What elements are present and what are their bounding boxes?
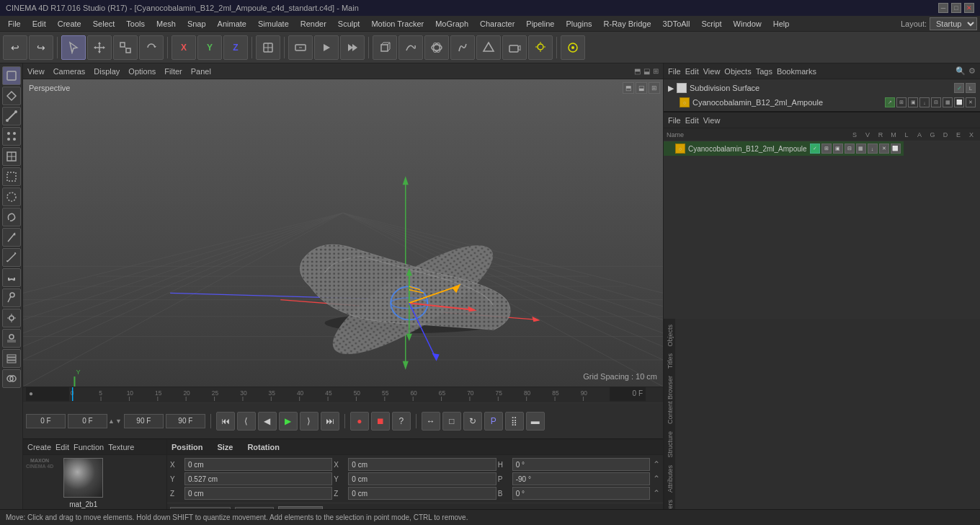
menu-mograph[interactable]: MoGraph <box>430 18 473 30</box>
undo-button[interactable]: ↩ <box>3 35 27 60</box>
transport-play[interactable]: ▶ <box>279 412 298 431</box>
light2-button[interactable] <box>561 35 585 60</box>
menu-motion-tracker[interactable]: Motion Tracker <box>366 18 429 30</box>
viewport-collapse[interactable]: ⬓ <box>636 82 647 94</box>
pos-x-value[interactable]: 0 cm <box>184 458 332 471</box>
viewport-canvas[interactable]: Perspective <box>23 79 663 387</box>
obj-cya-icon1[interactable]: ↗ <box>885 97 895 107</box>
cube-button[interactable] <box>373 35 397 60</box>
obj-cya-icon4[interactable]: ↓ <box>919 97 930 107</box>
timeline-ruler[interactable]: ● 0 5 10 <box>23 387 663 403</box>
transport-motion4[interactable]: P <box>484 412 503 431</box>
objects-search-icon[interactable]: 🔍 <box>956 66 966 76</box>
obj-cyanocobalamin[interactable]: ○ Cyanocobalamin_B12_2ml_Ampoule ↗ ⊞ ▣ ↓… <box>665 95 979 110</box>
axis-y-button[interactable]: Y <box>197 35 222 60</box>
rot-p-value[interactable]: -90 ° <box>512 472 650 485</box>
viewport-maximize[interactable]: ⬒ <box>623 82 634 94</box>
rot-b-spinner[interactable]: ⌃ <box>653 488 660 498</box>
viewport-menu-cameras[interactable]: Cameras <box>53 67 86 76</box>
lobj-c4[interactable]: ⊟ <box>845 144 855 154</box>
material-menu-create[interactable]: Create <box>27 443 51 451</box>
viewport-menu-panel[interactable]: Panel <box>191 67 211 76</box>
menu-mesh[interactable]: Mesh <box>151 18 181 30</box>
material-menu-texture[interactable]: Texture <box>108 443 134 451</box>
tool-edges[interactable] <box>2 107 21 125</box>
obj-subdivision-surface[interactable]: ▶ S Subdivision Surface ✓ L <box>665 81 979 95</box>
tool-lasso[interactable] <box>2 208 21 226</box>
transport-motion6[interactable]: ▬ <box>526 412 545 431</box>
transport-motion1[interactable]: ↔ <box>422 412 440 431</box>
axis-z-button[interactable]: Z <box>223 35 248 60</box>
obj-menu-file[interactable]: File <box>668 67 681 76</box>
restore-button[interactable]: □ <box>951 3 961 13</box>
transport-goto-end[interactable]: ⏭ <box>321 412 339 431</box>
frame-start-arrow-dn[interactable]: ▼ <box>115 418 122 425</box>
transport-help[interactable]: ? <box>392 412 411 431</box>
frame-start-input[interactable] <box>68 414 107 428</box>
tool-boole[interactable] <box>2 369 21 388</box>
lower-obj-file[interactable]: File <box>668 116 681 125</box>
tool-snap[interactable] <box>2 309 21 327</box>
viewport-menu-display[interactable]: Display <box>94 67 120 76</box>
tool-polygons[interactable] <box>2 87 21 105</box>
pos-z-value[interactable]: 0 cm <box>184 487 332 500</box>
menu-pipeline[interactable]: Pipeline <box>521 18 559 30</box>
lobj-c8[interactable]: ⬜ <box>891 144 901 154</box>
rot-h-spinner[interactable]: ⌃ <box>653 459 660 469</box>
rot-p-spinner[interactable]: ⌃ <box>653 474 660 484</box>
current-frame-input[interactable] <box>26 414 66 428</box>
viewport-layout[interactable]: ⊞ <box>649 82 660 94</box>
obj-cya-icon3[interactable]: ▣ <box>908 97 918 107</box>
menu-help[interactable]: Help <box>768 18 795 30</box>
render-region-button[interactable] <box>288 35 313 60</box>
viewport-menu-view[interactable]: View <box>27 67 45 76</box>
lobj-c1[interactable]: ✓ <box>810 144 820 154</box>
menu-tools[interactable]: Tools <box>121 18 150 30</box>
light-button[interactable] <box>528 35 553 60</box>
obj-menu-objects[interactable]: Objects <box>724 67 751 76</box>
render-active-button[interactable] <box>314 35 339 60</box>
transport-motion2[interactable]: □ <box>442 412 461 431</box>
tool-floor[interactable] <box>2 329 21 348</box>
obj-cya-icon6[interactable]: ▦ <box>943 97 953 107</box>
menu-snap[interactable]: Snap <box>182 18 211 30</box>
obj-layer-toggle[interactable]: L <box>966 83 976 93</box>
layout-select[interactable]: Startup <box>930 17 977 30</box>
obj-cya-icon2[interactable]: ⊞ <box>896 97 906 107</box>
minimize-button[interactable]: ─ <box>938 3 948 13</box>
lower-obj-view[interactable]: View <box>703 116 721 125</box>
obj-menu-tags[interactable]: Tags <box>756 67 772 76</box>
object-axis-button[interactable] <box>256 35 280 60</box>
obj-cya-icon5[interactable]: ⊟ <box>931 97 941 107</box>
viewport-menu-options[interactable]: Options <box>128 67 156 76</box>
lobj-c5[interactable]: ▦ <box>856 144 866 154</box>
deformer-button[interactable] <box>450 35 475 60</box>
vtab-attributes[interactable]: Attributes <box>665 462 675 495</box>
rot-h-value[interactable]: 0 ° <box>512 458 650 471</box>
menu-window[interactable]: Window <box>729 18 767 30</box>
tool-magnet[interactable] <box>2 268 21 287</box>
tool-layers[interactable] <box>2 349 21 368</box>
obj-menu-view[interactable]: View <box>703 67 721 76</box>
material-menu-function[interactable]: Function <box>74 443 104 451</box>
menu-edit[interactable]: Edit <box>27 18 51 30</box>
rotate-tool-button[interactable] <box>139 35 164 60</box>
transport-motion3[interactable]: ↻ <box>463 412 482 431</box>
obj-menu-edit[interactable]: Edit <box>685 67 699 76</box>
move-tool-button[interactable] <box>87 35 112 60</box>
lobj-c7[interactable]: ✕ <box>879 144 889 154</box>
menu-vray[interactable]: R-Ray Bridge <box>599 18 656 30</box>
objects-gear-icon[interactable]: ⚙ <box>968 66 976 76</box>
menu-select[interactable]: Select <box>88 18 120 30</box>
vtab-content[interactable]: Content Browser <box>665 373 675 427</box>
menu-animate[interactable]: Animate <box>213 18 251 30</box>
menu-character[interactable]: Character <box>475 18 520 30</box>
tool-select-rect[interactable] <box>2 167 21 186</box>
obj-cya-icon7[interactable]: ⬜ <box>954 97 964 107</box>
transport-prev-key[interactable]: ⟨ <box>237 412 256 431</box>
menu-script[interactable]: Script <box>696 18 726 30</box>
menu-file[interactable]: File <box>3 18 26 30</box>
rot-b-value[interactable]: 0 ° <box>512 487 650 500</box>
lobj-c3[interactable]: ▣ <box>833 144 843 154</box>
vtab-titles[interactable]: Titles <box>665 350 675 371</box>
